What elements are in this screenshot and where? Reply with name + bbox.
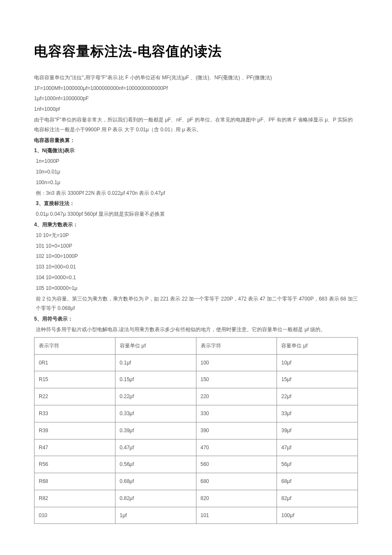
section3-line: 0.01μ 0.047μ 3300pf 560pf 显示的就是实际容量不必换算 [34, 209, 358, 219]
table-header: 表示字符 [35, 337, 115, 354]
section1-line: 例：3n3 表示 3300Pf 22N 表示 0.022μf 470n 表示 0… [34, 188, 358, 198]
table-header: 表示字符 [196, 337, 277, 354]
table-cell: 82μf [277, 490, 358, 507]
table-cell: R33 [35, 405, 115, 422]
table-cell: 0.15μf [115, 371, 196, 388]
table-cell: 0R1 [35, 354, 115, 371]
table-row: R15 0.15μf 150 15μf [35, 371, 358, 388]
table-cell: 47μf [277, 439, 358, 456]
section4-line: 101 10+0=100P [34, 241, 358, 251]
table-cell: 0.33μf [115, 405, 196, 422]
section1-line: 1n=1000P [34, 156, 358, 166]
intro-line: 1nf=1000pf [34, 104, 358, 114]
table-cell: 220 [196, 388, 277, 405]
table-cell: R15 [35, 371, 115, 388]
table-cell: 470 [196, 439, 277, 456]
table-row: R33 0.33μf 330 33μf [35, 405, 358, 422]
section4-line: 102 10+00=1000P [34, 251, 358, 261]
table-cell: 10μf [277, 354, 358, 371]
table-cell: 0.82μf [115, 490, 196, 507]
intro-line: 1μf=1000nf=1000000pF [34, 94, 358, 104]
table-cell: R39 [35, 422, 115, 439]
section4-title: 4、用乘方数表示： [34, 220, 358, 230]
section4-line: 105 10+00000=1μ [34, 283, 358, 293]
table-cell: 010 [35, 507, 115, 524]
table-header: 容量单位 μf [277, 337, 358, 354]
section1-title: 1、N(毫微法)表示 [34, 146, 358, 156]
table-cell: 15μf [277, 371, 358, 388]
table-cell: 0.47μf [115, 439, 196, 456]
table-cell: 150 [196, 371, 277, 388]
table-cell: R47 [35, 439, 115, 456]
table-cell: R82 [35, 490, 115, 507]
section5-desc: 这种符号多用于贴片或小型电解电容,读法与用乘方数表示多少有些相似的地方，使用时要… [34, 325, 358, 335]
intro-line: 1F=1000Mf=1000000μf=1000000000nf=1000000… [34, 84, 358, 93]
table-cell: 100μf [277, 507, 358, 524]
section4-line: 10 10+无=10P [34, 231, 358, 240]
table-cell: 0.1μf [115, 354, 196, 371]
intro-line: 由于电容"F"单位的容量非常大，所以我们看到的一般都是 μF、nF、pF 的单位… [34, 115, 358, 135]
table-row: 0R1 0.1μf 100 10μf [35, 354, 358, 371]
table-row: R68 0.68μf 680 68μf [35, 473, 358, 490]
table-row: R47 0.47μf 470 47μf [35, 439, 358, 456]
table-cell: 560 [196, 456, 277, 473]
table-cell: 820 [196, 490, 277, 507]
table-row: R22 0.22μf 220 22μf [35, 388, 358, 405]
section1-line: 10n=0.01μ [34, 167, 358, 177]
section4-line: 104 10+0000=0.1 [34, 273, 358, 283]
table-cell: 390 [196, 422, 277, 439]
table-cell: 0.68μf [115, 473, 196, 490]
table-cell: 100 [196, 354, 277, 371]
table-cell: 56μf [277, 456, 358, 473]
section5-title: 5、用符号表示： [34, 314, 358, 324]
table-cell: 68μf [277, 473, 358, 490]
section-conversion-title: 电容器容量换算： [34, 136, 358, 145]
table-row: 010 1μf 101 100μf [35, 507, 358, 524]
symbol-table: 表示字符 容量单位 μf 表示字符 容量单位 μf 0R1 0.1μf 100 … [34, 337, 358, 524]
section1-line: 100n=0.1μ [34, 178, 358, 188]
page-title: 电容容量标注法-电容值的读法 [34, 38, 358, 64]
table-cell: 0.56μf [115, 456, 196, 473]
table-header-row: 表示字符 容量单位 μf 表示字符 容量单位 μf [35, 337, 358, 354]
table-cell: 680 [196, 473, 277, 490]
table-cell: 22μf [277, 388, 358, 405]
section4-line: 103 10+000=0.01 [34, 262, 358, 272]
section3-title: 3、直接标注法： [34, 199, 358, 208]
section4-line: 前 2 位为容量。第三位为乘方数，乘方数单位为 P，如 221 表示 22 加一… [34, 294, 358, 314]
table-cell: 0.22μf [115, 388, 196, 405]
table-cell: 33μf [277, 405, 358, 422]
table-cell: R56 [35, 456, 115, 473]
table-cell: 330 [196, 405, 277, 422]
table-cell: R68 [35, 473, 115, 490]
table-cell: 101 [196, 507, 277, 524]
table-row: R39 0.39μf 390 39μf [35, 422, 358, 439]
intro-line: 电容容量单位为"法拉",用字母"F"表示.比 F 小的单位还有 MF(兆法)μF… [34, 73, 358, 83]
table-cell: R22 [35, 388, 115, 405]
table-cell: 39μf [277, 422, 358, 439]
table-cell: 1μf [115, 507, 196, 524]
table-cell: 0.39μf [115, 422, 196, 439]
table-row: R56 0.56μf 560 56μf [35, 456, 358, 473]
table-row: R82 0.82μf 820 82μf [35, 490, 358, 507]
table-header: 容量单位 μf [115, 337, 196, 354]
